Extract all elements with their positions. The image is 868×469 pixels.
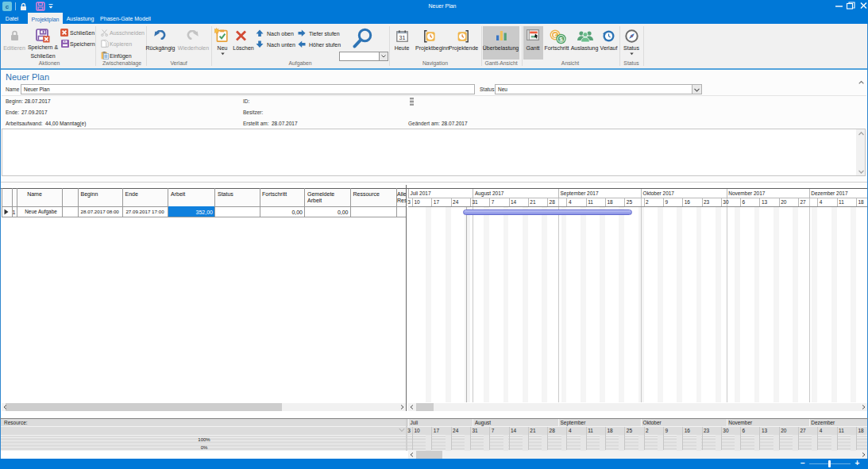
svg-text:31: 31 — [399, 34, 406, 41]
svg-text:$: $ — [559, 36, 563, 43]
